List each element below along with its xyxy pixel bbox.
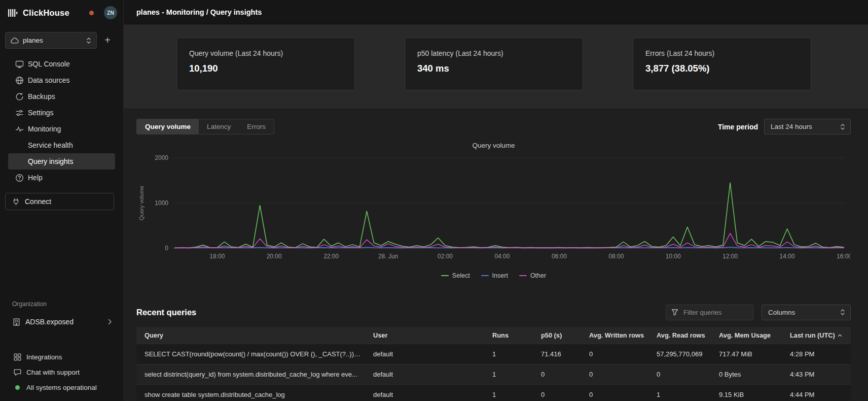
legend-item-insert[interactable]: Insert: [481, 272, 508, 279]
app-root: ClickHouse ZN planes +: [0, 0, 868, 401]
tab-errors[interactable]: Errors: [239, 119, 274, 134]
columns-select[interactable]: Columns: [762, 305, 851, 320]
svg-text:06:00: 06:00: [552, 253, 567, 260]
table-header-row: QueryUserRunsp50 (s)Avg. Written rowsAvg…: [136, 327, 851, 344]
organization-label: Organization: [0, 300, 123, 309]
stat-card-errors: Errors (Last 24 hours) 3,877 (38.05%): [633, 38, 811, 90]
svg-text:02:00: 02:00: [438, 253, 453, 260]
table-cell: 0: [533, 384, 581, 401]
column-header[interactable]: Avg. Read rows: [648, 327, 711, 344]
sidebar-item-label: Monitoring: [28, 125, 61, 133]
legend-label: Select: [452, 272, 470, 279]
sidebar-item-backups[interactable]: Backups: [8, 88, 115, 105]
svg-text:2000: 2000: [155, 154, 168, 161]
legend-item-other[interactable]: Other: [519, 272, 546, 279]
plug-icon: [12, 197, 20, 206]
svg-text:10:00: 10:00: [666, 253, 681, 260]
sidebar-item-sql-console[interactable]: SQL Console: [8, 56, 115, 72]
chart-tabs: Query volume Latency Errors: [136, 119, 274, 135]
building-icon: [12, 318, 21, 326]
sidebar-item-help[interactable]: Help: [8, 170, 115, 186]
sidebar-item-label: Query insights: [28, 157, 73, 165]
chart-legend: Select Insert Other: [136, 271, 851, 280]
column-header[interactable]: Avg. Mem Usage: [711, 327, 782, 344]
table-cell: 0: [581, 384, 648, 401]
sidebar-item-query-insights[interactable]: Query insights: [8, 153, 115, 170]
svg-text:28. Jun: 28. Jun: [378, 253, 398, 260]
svg-text:1000: 1000: [155, 199, 168, 207]
user-avatar[interactable]: ZN: [104, 6, 117, 19]
sidebar-item-service-health[interactable]: Service health: [8, 137, 115, 153]
column-header[interactable]: User: [365, 327, 484, 344]
filter-queries-input[interactable]: [682, 308, 748, 317]
backups-icon: [15, 92, 24, 101]
operational-dot: [15, 385, 20, 390]
table-row[interactable]: select distrinct(query_id) from system.d…: [136, 364, 851, 384]
system-status-item[interactable]: All systems operational: [0, 380, 123, 395]
svg-text:08:00: 08:00: [608, 253, 624, 260]
table-cell: 9.15 KiB: [711, 384, 782, 401]
table-row[interactable]: SELECT CAST(round(pow(count() / max(coun…: [136, 344, 851, 364]
sidebar-item-label: Help: [28, 174, 43, 182]
svg-text:12:00: 12:00: [722, 253, 738, 260]
logo-row: ClickHouse ZN: [0, 0, 123, 19]
table-row[interactable]: show create table system.distributed_cac…: [136, 384, 851, 401]
stat-card-p50-latency: p50 latency (Last 24 hours) 340 ms: [405, 38, 583, 90]
clickhouse-logo-text: ClickHouse: [23, 8, 69, 18]
sidebar-item-monitoring[interactable]: Monitoring: [8, 121, 115, 137]
series-line-select: [174, 183, 844, 248]
breadcrumb: planes - Monitoring / Query insights: [136, 8, 262, 16]
svg-text:04:00: 04:00: [494, 253, 510, 260]
stat-label: Errors (Last 24 hours): [645, 49, 799, 57]
sidebar-item-data-sources[interactable]: Data sources: [8, 72, 115, 88]
table-cell: 1: [484, 384, 533, 401]
column-header[interactable]: p50 (s): [533, 327, 581, 344]
sidebar-nav: SQL Console Data sources Backups Setting…: [0, 56, 123, 186]
table-cell: 0: [581, 344, 648, 364]
columns-select-label: Columns: [768, 309, 795, 316]
sidebar-item-settings[interactable]: Settings: [8, 105, 115, 121]
organization-item[interactable]: ADSB.exposed: [5, 314, 118, 330]
content: Query volume Latency Errors Time period …: [124, 109, 868, 401]
top-header: planes - Monitoring / Query insights: [124, 0, 868, 24]
main-area: planes - Monitoring / Query insights Que…: [124, 0, 868, 401]
funnel-icon: [671, 309, 678, 316]
sidebar-item-integrations[interactable]: Integrations: [0, 349, 123, 364]
sidebar-item-chat-support[interactable]: Chat with support: [0, 364, 123, 380]
tab-query-volume[interactable]: Query volume: [137, 119, 199, 134]
legend-swatch-select: [441, 275, 449, 277]
tab-latency[interactable]: Latency: [199, 119, 239, 134]
legend-swatch-insert: [481, 275, 489, 277]
svg-text:14:00: 14:00: [780, 253, 795, 260]
query-volume-chart: 01000200018:0020:0022:0028. Jun02:0004:0…: [136, 151, 850, 264]
chevron-updown-icon: [840, 123, 845, 130]
sidebar-item-label: Chat with support: [26, 369, 80, 376]
sidebar-bottom: Organization ADSB.exposed Integrations: [0, 300, 123, 401]
add-service-button[interactable]: +: [100, 33, 115, 48]
stat-value: 3,877 (38.05%): [645, 63, 799, 74]
column-header[interactable]: Runs: [484, 327, 533, 344]
table-cell: 0: [533, 364, 581, 384]
legend-item-select[interactable]: Select: [441, 272, 470, 279]
column-header[interactable]: Avg. Written rows: [581, 327, 648, 344]
table-cell: 717.47 MiB: [711, 344, 782, 364]
notification-dot: [89, 11, 94, 15]
stats-band: Query volume (Last 24 hours) 10,190 p50 …: [124, 24, 868, 109]
table-cell: 0 Bytes: [711, 364, 782, 384]
column-header[interactable]: Last run (UTC): [782, 327, 851, 344]
svg-text:20:00: 20:00: [267, 253, 282, 260]
table-cell: 0: [581, 364, 648, 384]
svg-text:Query volume: Query volume: [138, 186, 144, 220]
stat-value: 10,190: [189, 63, 342, 74]
chevron-right-icon: [108, 319, 112, 325]
svg-text:0: 0: [165, 245, 168, 252]
time-period-value: Last 24 hours: [771, 123, 812, 130]
column-header[interactable]: Query: [136, 327, 365, 344]
sidebar-item-label: Service health: [28, 141, 73, 149]
filter-queries-box: [666, 305, 753, 320]
connect-button[interactable]: Connect: [5, 193, 114, 210]
recent-queries-title: Recent queries: [136, 308, 196, 317]
service-selector[interactable]: planes: [5, 32, 97, 49]
table-cell: default: [365, 344, 484, 364]
time-period-select[interactable]: Last 24 hours: [764, 119, 851, 135]
